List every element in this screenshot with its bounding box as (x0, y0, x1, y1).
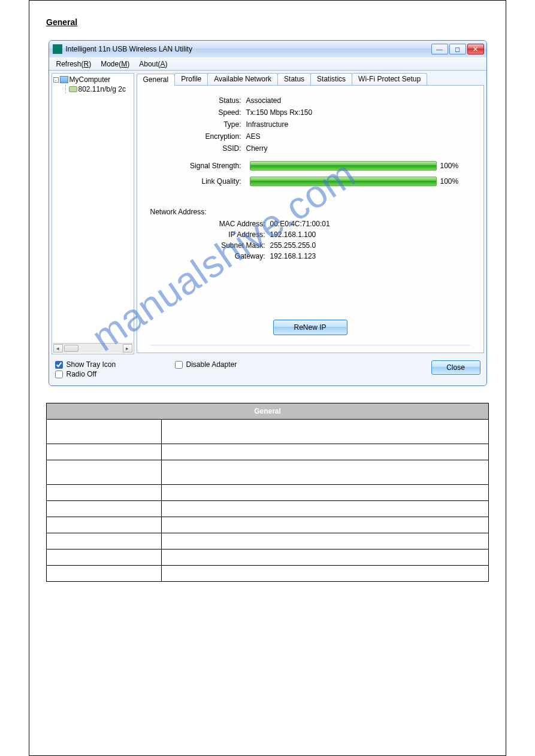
tab-profile[interactable]: Profile (174, 73, 208, 85)
status-label: Status: (150, 96, 246, 105)
app-icon (53, 44, 62, 54)
tab-statistics[interactable]: Statistics (310, 73, 352, 85)
table-cell-value: Click this button to release and renew t… (161, 566, 488, 582)
ip-label: IP Address: (150, 230, 270, 239)
table-cell-value: Shows the received signal strength as a … (161, 517, 488, 533)
network-address-heading: Network Address: (150, 208, 470, 216)
maximize-button[interactable]: ◻ (449, 44, 466, 54)
table-cell-value: Shows the encryption type currently in u… (161, 485, 488, 501)
tab-panel-general: Status: Associated Speed: Tx:150 Mbps Rx… (137, 85, 484, 353)
menu-about[interactable]: About(A) (134, 60, 172, 68)
table-cell-value: Shows the link quality of the wireless c… (161, 533, 488, 549)
disable-adapter-label: Disable Adapter (186, 360, 237, 369)
tab-general[interactable]: General (137, 74, 176, 86)
minimize-button[interactable]: — (431, 44, 448, 54)
table-row: Signal StrengthShows the received signal… (47, 517, 489, 533)
mac-label: MAC Address: (150, 220, 270, 228)
menu-mode-pre: Mode( (101, 60, 121, 68)
ssid-label: SSID: (150, 144, 246, 153)
window-close-button[interactable]: ✕ (467, 44, 484, 54)
table-row: ReNew IPClick this button to release and… (47, 566, 489, 582)
table-cell-value: Network type in use — Infrastructure mod… (161, 460, 488, 485)
status-value: Associated (246, 96, 470, 105)
renew-ip-button[interactable]: ReNew IP (273, 320, 347, 335)
encryption-label: Encryption: (150, 132, 246, 141)
table-cell-key: Network Address (47, 549, 162, 566)
tab-wps[interactable]: Wi-Fi Protect Setup (352, 73, 427, 85)
gateway-label: Gateway: (150, 252, 270, 260)
menu-mode[interactable]: Mode(M) (96, 60, 134, 68)
table-cell-key: Status (47, 420, 162, 444)
table-cell-key: SSID (47, 501, 162, 517)
show-tray-label: Show Tray Icon (67, 360, 116, 369)
radio-off-label: Radio Off (67, 370, 96, 378)
signal-strength-bar (250, 161, 437, 171)
scroll-right-arrow-icon[interactable]: ▸ (123, 344, 132, 353)
link-quality-bar (250, 177, 437, 186)
table-cell-key: Link Quality (47, 533, 162, 549)
close-button[interactable]: Close (431, 360, 480, 375)
ssid-value: Cherry (246, 144, 470, 153)
scroll-left-arrow-icon[interactable]: ◂ (53, 344, 63, 353)
panel-divider (150, 345, 470, 345)
table-row: SSIDShows the SSID (network name) of the… (47, 501, 489, 517)
description-table: General StatusShows status information a… (46, 403, 489, 582)
menu-refresh-hot: R (84, 60, 89, 68)
gateway-value: 192.168.1.123 (270, 252, 470, 260)
tree-adapter-label: 802.11n/b/g 2c (78, 85, 126, 93)
link-quality-pct: 100% (440, 177, 470, 186)
table-cell-value: Shows the SSID (network name) of the ass… (161, 501, 488, 517)
encryption-value: AES (246, 132, 470, 141)
menu-about-post: ) (165, 60, 168, 68)
type-label: Type: (150, 120, 246, 129)
app-window: Intelligent 11n USB Wireless LAN Utility… (49, 40, 487, 386)
link-quality-label: Link Quality: (150, 177, 246, 186)
mac-value: 00:E0:4C:71:00:01 (270, 220, 470, 228)
table-row: Network AddressShows the MAC address, IP… (47, 549, 489, 566)
subnet-label: Subnet Mask: (150, 241, 270, 250)
title-bar[interactable]: Intelligent 11n USB Wireless LAN Utility… (49, 41, 486, 57)
speed-value: Tx:150 Mbps Rx:150 (246, 108, 470, 117)
table-cell-value: Shows the current transmit (Tx) and rece… (161, 444, 488, 460)
tree-adapter-node[interactable]: 802.11n/b/g 2c (63, 84, 132, 94)
menu-bar: Refresh(R) Mode(M) About(A) (49, 57, 486, 71)
disable-adapter-checkbox[interactable]: Disable Adapter (175, 360, 421, 369)
table-row: EncryptionShows the encryption type curr… (47, 485, 489, 501)
menu-refresh-post: ) (89, 60, 91, 68)
radio-off-input[interactable] (55, 371, 63, 378)
tree-scrollbar[interactable]: ◂ ▸ (53, 343, 132, 353)
table-cell-key: ReNew IP (47, 566, 162, 582)
tree-connector (65, 85, 66, 93)
table-row: Link QualityShows the link quality of th… (47, 533, 489, 549)
disable-adapter-input[interactable] (175, 361, 183, 369)
radio-off-checkbox[interactable]: Radio Off (55, 370, 175, 378)
table-cell-key: Speed (47, 444, 162, 460)
table-row: SpeedShows the current transmit (Tx) and… (47, 444, 489, 460)
table-row: StatusShows status information about the… (47, 420, 489, 444)
window-title: Intelligent 11n USB Wireless LAN Utility (66, 45, 192, 53)
tab-status[interactable]: Status (277, 73, 311, 85)
show-tray-checkbox[interactable]: Show Tray Icon (55, 360, 175, 369)
section-heading: General (46, 17, 489, 27)
menu-refresh-pre: Refresh( (56, 60, 84, 68)
table-cell-key: Type (47, 460, 162, 485)
speed-label: Speed: (150, 108, 246, 117)
show-tray-input[interactable] (55, 361, 63, 369)
expander-icon[interactable]: - (53, 77, 59, 83)
subnet-value: 255.255.255.0 (270, 241, 470, 250)
signal-strength-label: Signal Strength: (150, 162, 246, 170)
tab-available-network[interactable]: Available Network (207, 73, 278, 85)
table-cell-key: Signal Strength (47, 517, 162, 533)
bottom-bar: Show Tray Icon Radio Off Disable Adapter… (49, 357, 486, 385)
table-cell-key: Encryption (47, 485, 162, 501)
table-row: TypeNetwork type in use — Infrastructure… (47, 460, 489, 485)
adapter-icon (69, 85, 77, 93)
tab-bar: General Profile Available Network Status… (137, 73, 484, 85)
signal-strength-pct: 100% (440, 162, 470, 170)
menu-refresh[interactable]: Refresh(R) (52, 60, 96, 68)
tree-root-node[interactable]: - MyComputer (53, 75, 132, 84)
table-cell-value: Shows status information about the wirel… (161, 420, 488, 444)
tree-root-label: MyComputer (69, 75, 111, 84)
scroll-thumb[interactable] (64, 345, 78, 352)
table-header: General (47, 403, 489, 420)
